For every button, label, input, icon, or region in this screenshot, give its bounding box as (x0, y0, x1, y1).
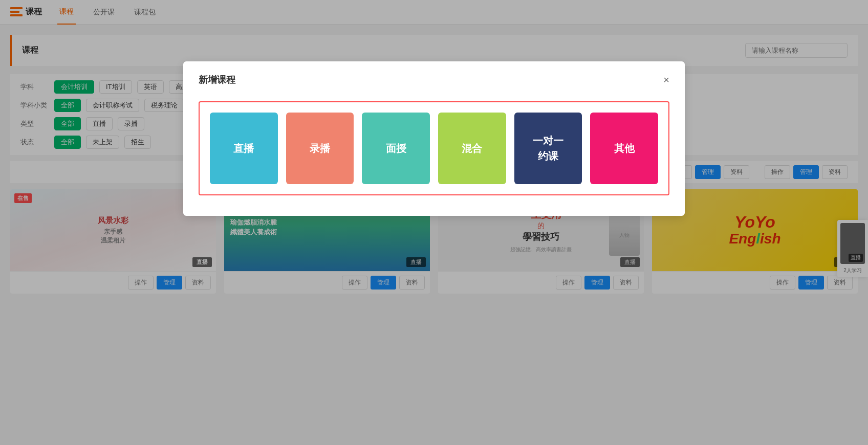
course-type-one-to-one[interactable]: 一对一 约课 (514, 113, 582, 184)
course-type-face[interactable]: 面授 (362, 113, 430, 184)
course-type-other[interactable]: 其他 (590, 113, 658, 184)
course-type-live[interactable]: 直播 (210, 113, 278, 184)
course-type-mixed[interactable]: 混合 (438, 113, 506, 184)
modal-overlay: 新增课程 × 直播 录播 面授 混合 一对一 约课 其他 (0, 0, 868, 304)
modal-close-button[interactable]: × (663, 75, 669, 85)
modal-header: 新增课程 × (199, 74, 669, 86)
modal-body: 直播 录播 面授 混合 一对一 约课 其他 (199, 101, 669, 195)
add-course-modal: 新增课程 × 直播 录播 面授 混合 一对一 约课 其他 (183, 61, 685, 216)
course-type-grid: 直播 录播 面授 混合 一对一 约课 其他 (210, 113, 658, 184)
course-type-recorded[interactable]: 录播 (286, 113, 354, 184)
modal-title: 新增课程 (199, 74, 235, 86)
